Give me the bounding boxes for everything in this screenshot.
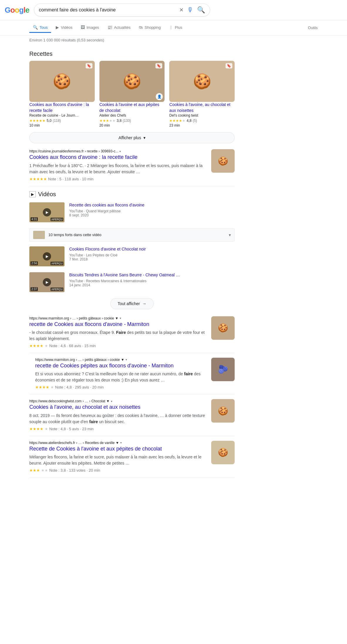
organic-snippet-4: Mélanger les flocons, la farine et le su… xyxy=(29,454,206,466)
video-title-1[interactable]: Recette des cookies aux flocons d'avoine xyxy=(69,202,235,208)
tab-shopping[interactable]: 🛍 Shopping xyxy=(135,23,164,33)
video-thumb-1[interactable]: ▶ 4:31 APERÇU xyxy=(29,202,65,222)
rating-stars-1: ★★★★★ xyxy=(29,177,47,181)
bookmark-icon-2[interactable]: 🔖 xyxy=(155,63,162,68)
bookmark-icon-3[interactable]: 🔖 xyxy=(226,63,232,68)
organic-meta-2: ★★★★★ Note : 4,8 · 295 avis · 20 min xyxy=(35,385,206,389)
recipe-rating-3: ★★★★★ 4,8 (5) xyxy=(169,119,235,123)
tab-images[interactable]: 🖼 Images xyxy=(77,23,103,33)
video-source-1: YouTube · Quand Margot pâtisse xyxy=(69,209,235,213)
organic-stars-4: ★★★ xyxy=(29,468,40,473)
main-content: Recettes 🍪 🔖 Cookies aux flocons d'avoin… xyxy=(0,51,264,477)
organic-meta-4: ★★★★★ Note : 3,8 · 133 votes · 20 min xyxy=(29,468,206,473)
organic-img-1: 🍪 xyxy=(211,316,235,340)
recipe-time-3: 23 min xyxy=(169,123,235,127)
rating-meta-1: Note : 5 · 118 avis · 10 min xyxy=(48,177,94,181)
logo-g: G xyxy=(5,6,10,14)
rating-value-3: 4,8 xyxy=(187,119,192,123)
play-button-2[interactable]: ▶ xyxy=(43,252,51,260)
play-button-1[interactable]: ▶ xyxy=(43,208,51,216)
video-title-3[interactable]: Biscuits Tendres à l'Avoine Sans Beurre … xyxy=(69,272,235,278)
recipe-card-1[interactable]: 🍪 🔖 Cookies aux flocons d'avoine : la re… xyxy=(29,61,95,127)
bookmark-icon-1[interactable]: 🔖 xyxy=(86,63,92,68)
review-count-2: (133) xyxy=(123,119,131,123)
result-title-1[interactable]: Cookies aux flocons d'avoine : la recett… xyxy=(29,154,206,161)
organic-snippet-1: - le chocolat cassé en gros morceaux. Ét… xyxy=(29,329,206,342)
recipe-link-3[interactable]: Cookies à l'avoine, au chocolat et aux n… xyxy=(169,102,230,113)
video-section-icon: ▶ xyxy=(29,191,36,197)
organic-url-4: https://www.atelierdeschefs.fr › … › Rec… xyxy=(29,441,206,445)
video-title-2[interactable]: Cookies Flocons d'avoine et Chocolat noi… xyxy=(69,246,235,252)
video-date-1: 8 sept. 2020 xyxy=(69,213,235,217)
organic-title-4[interactable]: Recette de Cookies à l'avoine et aux pép… xyxy=(29,445,206,452)
organic-title-1[interactable]: recette de Cookies aux flocons d'avoine … xyxy=(29,321,206,328)
video-duration-3: 2:37 xyxy=(31,287,38,291)
organic-result-1: https://www.marmiton.org › … › petits gâ… xyxy=(29,316,235,353)
voice-search-button[interactable]: 🎙 xyxy=(187,6,194,14)
logo-g2: g xyxy=(19,6,23,14)
recipe-rating-2: ★★★★★ 3,8 (133) xyxy=(99,119,165,123)
video-info-1: Recette des cookies aux flocons d'avoine… xyxy=(69,202,235,218)
highlights-text: 10 temps forts dans cette vidéo xyxy=(48,233,225,237)
highlights-thumb xyxy=(33,231,45,239)
recipe-link-2[interactable]: Cookies à l'avoine et aux pépites de cho… xyxy=(99,102,159,113)
video-date-3: 14 janv. 2014 xyxy=(69,283,235,287)
play-button-3[interactable]: ▶ xyxy=(43,278,51,286)
organic-snippet-3: 8 oct. 2019 — Ils feront des heureux au … xyxy=(29,413,206,425)
show-more-button[interactable]: Afficher plus ▾ xyxy=(29,132,235,143)
tab-plus[interactable]: ⋮ Plus xyxy=(165,23,186,33)
news-icon: 📰 xyxy=(107,25,112,30)
recipe-rating-1: ★★★★★ 5,0 (118) xyxy=(29,119,95,123)
url-arrow-1[interactable]: ▾ xyxy=(119,150,121,153)
video-thumb-2[interactable]: ▶ 2:56 APERÇU xyxy=(29,246,65,266)
search-submit-button[interactable]: 🔍 xyxy=(197,6,205,14)
search-input[interactable] xyxy=(39,7,179,13)
result-meta-1: ★★★★★ Note : 5 · 118 avis · 10 min xyxy=(29,177,206,181)
recettes-section: Recettes 🍪 🔖 Cookies aux flocons d'avoin… xyxy=(29,51,235,143)
result-url-1: https://cuisine.journaldesfemmes.fr › re… xyxy=(29,149,206,153)
video-thumb-3[interactable]: ▶ 2:37 APERÇU xyxy=(29,272,65,292)
clear-button[interactable]: ✕ xyxy=(179,7,184,13)
url-arrow-o1[interactable]: ▾ xyxy=(120,317,121,320)
organic-meta-1: ★★★★★ Note : 4,6 · 68 avis · 15 min xyxy=(29,344,206,348)
organic-img-3: 🍪 xyxy=(211,399,235,423)
recipe-card-3[interactable]: 🍪 🔖 Cookies à l'avoine, au chocolat et a… xyxy=(169,61,235,127)
tab-tous[interactable]: 🔍 Tous xyxy=(29,23,51,33)
stars-3: ★★★★★ xyxy=(169,119,185,123)
highlights-bar[interactable]: 10 temps forts dans cette vidéo ▾ xyxy=(29,228,235,242)
video-source-3: YouTube · Recettes Marocaines & Internat… xyxy=(69,279,235,283)
organic-url-3: https://www.delscookingtwist.com › … › C… xyxy=(29,399,206,403)
apercu-label-2: APERÇU xyxy=(50,262,63,265)
url-arrow-o3[interactable]: ▾ xyxy=(111,400,112,403)
videos-title: Vidéos xyxy=(38,191,56,198)
stars-2: ★★★★★ xyxy=(99,119,116,123)
video-icon: ▶ xyxy=(56,25,59,30)
search-bar: ✕ 🎙 🔍 xyxy=(34,4,210,16)
all-videos-label: Tout afficher xyxy=(118,301,140,306)
organic-stars-2: ★★★★ xyxy=(35,385,49,389)
shopping-icon: 🛍 xyxy=(139,25,143,30)
organic-title-3[interactable]: Cookies à l'avoine, au chocolat et aux n… xyxy=(29,404,206,411)
video-info-2: Cookies Flocons d'avoine et Chocolat noi… xyxy=(69,246,235,262)
recipe-link-1[interactable]: Cookies aux flocons d'avoine : la recett… xyxy=(29,102,89,113)
tools-button[interactable]: Outils xyxy=(308,26,318,30)
video-duration-2: 2:56 xyxy=(31,261,38,265)
tab-videos[interactable]: ▶ Vidéos xyxy=(52,23,76,33)
video-item-1: ▶ 4:31 APERÇU Recette des cookies aux fl… xyxy=(29,202,235,222)
organic-title-2[interactable]: recette de Cookies pépites aux flocons d… xyxy=(35,362,206,369)
organic-content-1: https://www.marmiton.org › … › petits gâ… xyxy=(29,316,206,348)
result-img-1: 🍪 xyxy=(211,149,235,173)
header: Google ✕ 🎙 🔍 xyxy=(0,0,347,20)
videos-header: ▶ Vidéos xyxy=(29,191,235,198)
all-videos-button[interactable]: Tout afficher → xyxy=(110,298,154,309)
url-arrow-o4[interactable]: ▾ xyxy=(120,441,122,444)
tab-actualites[interactable]: 📰 Actualités xyxy=(104,23,134,33)
video-item-2: ▶ 2:56 APERÇU Cookies Flocons d'avoine e… xyxy=(29,246,235,266)
video-item-3: ▶ 2:37 APERÇU Biscuits Tendres à l'Avoin… xyxy=(29,272,235,292)
url-arrow-o2[interactable]: ▾ xyxy=(126,358,127,361)
recipe-card-2[interactable]: 🍪 🔖 👤 Cookies à l'avoine et aux pépites … xyxy=(99,61,165,127)
logo-o2: o xyxy=(15,6,19,14)
organic-img-2: 🫐 xyxy=(211,358,235,381)
highlights-expand-icon[interactable]: ▾ xyxy=(229,233,231,237)
organic-content-4: https://www.atelierdeschefs.fr › … › Rec… xyxy=(29,441,206,473)
